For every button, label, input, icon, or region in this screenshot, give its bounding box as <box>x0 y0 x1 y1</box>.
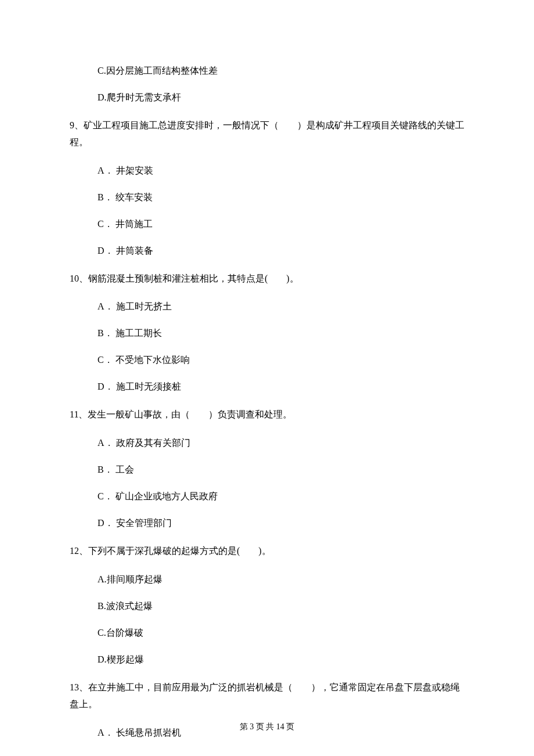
q11-option-c: C． 矿山企业或地方人民政府 <box>98 489 464 503</box>
option-text: B． 工会 <box>98 465 134 474</box>
q12-option-d: D.楔形起爆 <box>98 653 464 667</box>
q9-option-d: D． 井筒装备 <box>98 244 464 258</box>
question-9: 9、矿业工程项目施工总进度安排时，一般情况下（ ）是构成矿井工程项目关键路线的关… <box>70 117 464 151</box>
partial-option-c: C.因分层施工而结构整体性差 <box>98 64 464 78</box>
option-text: A． 施工时无挤土 <box>98 301 172 311</box>
option-text: B． 施工工期长 <box>98 328 162 338</box>
q12-option-b: B.波浪式起爆 <box>98 599 464 613</box>
option-text: A． 政府及其有关部门 <box>98 438 190 448</box>
option-text: C． 不受地下水位影响 <box>98 355 190 365</box>
page-footer: 第 3 页 共 14 页 <box>0 721 534 733</box>
question-11: 11、发生一般矿山事故，由（ ）负责调查和处理。 <box>70 406 464 423</box>
option-text: A． 井架安装 <box>98 165 153 175</box>
q9-option-c: C． 井筒施工 <box>98 217 464 231</box>
option-text: C． 矿山企业或地方人民政府 <box>98 491 218 501</box>
option-text: B． 绞车安装 <box>98 192 153 202</box>
partial-option-d: D.爬升时无需支承杆 <box>98 91 464 105</box>
option-text: D． 施工时无须接桩 <box>98 381 181 391</box>
question-text: 11、发生一般矿山事故，由（ ）负责调查和处理。 <box>70 409 292 419</box>
question-12: 12、下列不属于深孔爆破的起爆方式的是( )。 <box>70 543 464 560</box>
option-text: C． 井筒施工 <box>98 219 153 229</box>
option-text: D.爬升时无需支承杆 <box>98 92 181 102</box>
q10-option-d: D． 施工时无须接桩 <box>98 380 464 394</box>
q10-option-c: C． 不受地下水位影响 <box>98 353 464 367</box>
option-text: D.楔形起爆 <box>98 654 144 664</box>
option-text: B.波浪式起爆 <box>98 601 153 611</box>
q9-option-b: B． 绞车安装 <box>98 190 464 204</box>
option-text: C.因分层施工而结构整体性差 <box>98 66 218 75</box>
option-text: D． 井筒装备 <box>98 246 153 255</box>
q11-option-d: D． 安全管理部门 <box>98 516 464 530</box>
q9-option-a: A． 井架安装 <box>98 164 464 178</box>
question-10: 10、钢筋混凝土预制桩和灌注桩相比，其特点是( )。 <box>70 271 464 287</box>
q11-option-b: B． 工会 <box>98 463 464 477</box>
option-text: C.台阶爆破 <box>98 628 143 638</box>
q10-option-b: B． 施工工期长 <box>98 326 464 340</box>
option-text: D． 安全管理部门 <box>98 518 172 528</box>
page-number: 第 3 页 共 14 页 <box>240 722 295 731</box>
question-text: 10、钢筋混凝土预制桩和灌注桩相比，其特点是( )。 <box>70 273 299 283</box>
q12-option-a: A.排间顺序起爆 <box>98 573 464 586</box>
q12-option-c: C.台阶爆破 <box>98 626 464 640</box>
question-text: 9、矿业工程项目施工总进度安排时，一般情况下（ ）是构成矿井工程项目关键路线的关… <box>70 120 464 147</box>
question-text: 13、在立井施工中，目前应用最为广泛的抓岩机械是（ ），它通常固定在吊盘下层盘或… <box>70 682 460 709</box>
option-text: A.排间顺序起爆 <box>98 574 163 584</box>
question-13: 13、在立井施工中，目前应用最为广泛的抓岩机械是（ ），它通常固定在吊盘下层盘或… <box>70 679 464 713</box>
question-text: 12、下列不属于深孔爆破的起爆方式的是( )。 <box>70 546 271 556</box>
q10-option-a: A． 施工时无挤土 <box>98 300 464 314</box>
q11-option-a: A． 政府及其有关部门 <box>98 436 464 450</box>
